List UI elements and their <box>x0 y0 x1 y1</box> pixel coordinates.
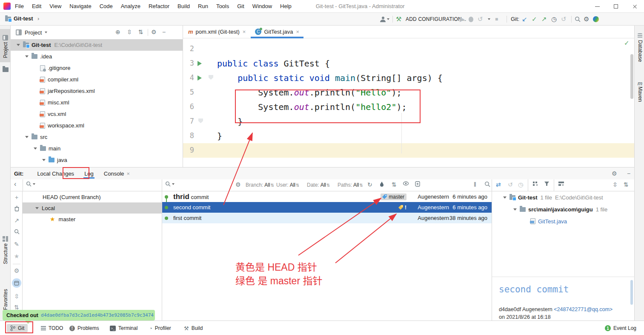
collapse-all-button[interactable]: ⇅ <box>138 29 143 35</box>
checkout-button[interactable]: ↗ <box>11 217 23 224</box>
navigate-diff-button[interactable]: ⇄ <box>496 181 501 188</box>
edit-button[interactable]: ✎ <box>11 241 23 248</box>
menu-help[interactable]: Help <box>280 3 292 9</box>
branch-row-master[interactable]: ★ master <box>23 214 162 225</box>
statusbar-terminal-button[interactable]: >_Terminal <box>110 324 137 332</box>
menu-refactor[interactable]: Refactor <box>149 3 169 9</box>
statusbar-build-button[interactable]: ⚒Build <box>184 324 203 332</box>
search-everywhere-button[interactable] <box>575 14 581 24</box>
close-button[interactable] <box>625 0 644 13</box>
tool-stripe-project[interactable]: Project <box>0 29 11 62</box>
git-commit-button[interactable]: ✓ <box>532 14 537 24</box>
menu-git[interactable]: Git <box>237 3 244 9</box>
expand-all-button[interactable]: ⇳ <box>613 181 618 188</box>
go-to-hash-button[interactable] <box>415 181 421 187</box>
menu-file[interactable]: File <box>15 3 24 9</box>
statusbar-git-button[interactable]: Git <box>7 324 28 332</box>
menu-run[interactable]: Run <box>198 3 208 9</box>
project-tree-item-miscxml[interactable]: misc.xml <box>11 97 183 108</box>
preview-diff-toggle[interactable] <box>12 278 21 288</box>
menu-view[interactable]: View <box>49 3 61 9</box>
project-tree-item-java[interactable]: java <box>11 154 183 166</box>
search-settings-button[interactable]: ⚙ <box>235 181 241 188</box>
details-scrollbar[interactable] <box>630 280 633 305</box>
profiler-dropdown-button[interactable] <box>487 14 490 24</box>
git-window-hide-button[interactable]: − <box>627 170 630 177</box>
commit-row-3[interactable]: first commitAugenestern38 minutes ago <box>162 213 492 223</box>
collapse-all-button[interactable]: ⇅ <box>624 181 629 188</box>
panel-settings-button[interactable]: ⚙ <box>151 29 157 35</box>
changed-files-root[interactable]: Git-test 1 file E:\Code\Git\Git-test <box>492 191 634 203</box>
delete-branch-button[interactable] <box>11 206 23 213</box>
git-push-button[interactable]: ↗ <box>541 14 547 24</box>
maximize-button[interactable] <box>607 0 625 13</box>
event-log-button[interactable]: 1 Event Log <box>605 324 636 332</box>
locate-file-button[interactable]: ⊕ <box>115 29 120 35</box>
file-history-button[interactable]: ◷ <box>518 181 523 188</box>
commit-email[interactable]: <2487422771@qq.com> <box>554 306 613 312</box>
project-tree-item-main[interactable]: main <box>11 143 183 154</box>
menu-window[interactable]: Window <box>252 3 272 9</box>
view-options-button[interactable] <box>403 181 409 186</box>
debug-button[interactable] <box>469 14 473 24</box>
commit-row-2[interactable]: second commit!Augenestern6 minutes ago <box>162 202 492 213</box>
checkout-notification[interactable]: Checked out d4dae0dfba7d3c2ad1ed4b473e92… <box>3 310 155 321</box>
favorite-branch-button[interactable]: ★ <box>11 253 23 260</box>
statusbar-todo-button[interactable]: TODO <box>41 324 63 332</box>
project-tree-item-compilerxml[interactable]: compiler.xml <box>11 74 183 85</box>
rollback-button[interactable]: ↺ <box>561 14 567 24</box>
git-update-button[interactable]: ↙ <box>522 14 527 24</box>
tool-stripe-maven[interactable]: m Maven <box>635 80 644 118</box>
changed-file-row[interactable]: GitTest.java <box>492 215 634 227</box>
project-tree-item-idea[interactable]: .idea <box>11 51 183 62</box>
menu-build[interactable]: Build <box>177 3 190 9</box>
new-branch-button[interactable]: + <box>11 194 23 201</box>
collapse-branches-button[interactable]: ‹ <box>14 180 16 188</box>
menu-edit[interactable]: Edit <box>32 3 41 9</box>
branch-tag-master[interactable]: master <box>381 193 406 200</box>
statusbar-problems-button[interactable]: !Problems <box>69 324 99 332</box>
run-line-icon[interactable] <box>197 75 202 81</box>
pause-refresh-button[interactable]: ‖ <box>474 181 476 188</box>
stop-button[interactable]: ■ <box>495 14 498 24</box>
user-profile-button[interactable] <box>380 14 389 24</box>
group-by-button[interactable] <box>532 181 538 187</box>
project-tree-item-src[interactable]: src <box>11 131 183 143</box>
git-tab-local-changes[interactable]: Local Changes <box>32 168 79 179</box>
history-button[interactable]: ◷ <box>551 14 557 24</box>
settings-button[interactable]: ⚙ <box>584 14 589 24</box>
branch-settings-button[interactable]: ⚙ <box>11 267 23 274</box>
log-filter-date[interactable]: Date:All⇅ <box>307 182 330 188</box>
build-project-button[interactable]: ⚒ <box>396 14 401 24</box>
statusbar-profiler-button[interactable]: ◔Profiler <box>149 324 171 332</box>
menu-tools[interactable]: Tools <box>216 3 229 9</box>
search-log-button[interactable] <box>484 181 490 187</box>
log-filter-user[interactable]: User:All⇅ <box>276 182 299 188</box>
close-icon[interactable]: × <box>243 29 246 35</box>
add-configuration-button[interactable]: ADD CONFIGURATION... <box>406 16 466 22</box>
git-window-settings-button[interactable]: ⚙ <box>612 170 617 177</box>
project-tree-item-vcsxml[interactable]: vcs.xml <box>11 108 183 120</box>
menu-analyze[interactable]: Analyze <box>121 3 140 9</box>
rollback-change-button[interactable]: ↺ <box>508 181 513 188</box>
breadcrumb[interactable]: Git-test <box>14 15 33 22</box>
filter-button[interactable] <box>544 181 550 187</box>
menu-code[interactable]: Code <box>100 3 113 9</box>
commander-folder-icon[interactable] <box>3 67 9 72</box>
tool-stripe-database[interactable]: Database <box>635 30 644 75</box>
run-button[interactable]: ▶ <box>460 14 465 24</box>
branch-group-local[interactable]: Local <box>23 202 162 214</box>
code-area[interactable]: 23public class GitTest {4 public static … <box>183 42 634 158</box>
editor-tab-pomxmlgittest[interactable]: mpom.xml (Git-test)× <box>184 26 250 38</box>
commit-search-input[interactable] <box>165 181 175 187</box>
fold-marker-icon[interactable] <box>198 118 203 123</box>
git-tab-console[interactable]: Console× <box>99 168 135 179</box>
project-tree-item-gitignore[interactable]: .gitignore <box>11 62 183 74</box>
close-icon[interactable]: × <box>296 29 299 35</box>
changed-files-dir[interactable]: src\main\java\com\guigu 1 file <box>492 203 634 215</box>
gradle-ball-button[interactable] <box>593 14 599 24</box>
project-tree-item-jarrepositoriesxml[interactable]: jarRepositories.xml <box>11 85 183 97</box>
expand-all-button[interactable]: ⇳ <box>127 29 132 35</box>
refresh-log-button[interactable]: ↻ <box>367 181 372 188</box>
log-filter-paths[interactable]: Paths:All⇅ <box>338 182 363 188</box>
